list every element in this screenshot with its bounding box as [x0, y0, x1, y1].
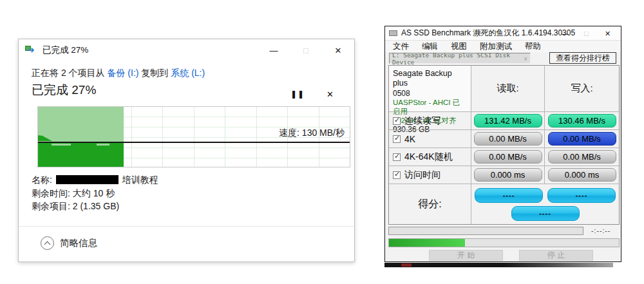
as-ssd-titlebar: AS SSD Benchmark 濒死的鱼汉化 1.6.4194.30305 —…	[385, 26, 621, 41]
score-area: ---- ---- ----	[471, 184, 619, 224]
stop-button[interactable]: 停 止	[519, 250, 593, 261]
sequential-write-cell: 130.46 MB/s	[545, 112, 619, 130]
4k-write-cell: 0.00 MB/s	[545, 130, 619, 148]
copy-dialog-window: ➜ 已完成 27% — □ ✕ 正在将 2 个项目从 备份 (I:) 复制到 系…	[18, 39, 355, 262]
file-name-line: 名称: 培训教程	[32, 175, 158, 186]
sequential-read-value: 131.42 MB/s	[474, 114, 542, 128]
benchmark-progress-fill	[389, 239, 465, 247]
drive-info-panel: Seagate Backup plus 0508 UASPStor - AHCI…	[389, 66, 471, 112]
fewer-details-label: 简略信息	[60, 237, 97, 249]
drive-firmware: 0508	[393, 89, 467, 99]
score-write: ----	[547, 188, 616, 203]
fewer-details-toggle[interactable]: 简略信息	[41, 236, 97, 250]
progress-heading: 已完成 27%	[32, 82, 96, 99]
sequential-read-cell: 131.42 MB/s	[471, 112, 545, 130]
name-suffix: 培训教程	[122, 175, 158, 185]
copy-dialog-title: 已完成 27%	[43, 44, 88, 56]
copy-status-middle: 复制到	[141, 68, 168, 78]
name-label: 名称:	[32, 175, 52, 185]
as-ssd-title: AS SSD Benchmark 濒死的鱼汉化 1.6.4194.30305	[401, 28, 575, 39]
read-column-header: 读取:	[471, 66, 545, 112]
access-time-read-cell: 0.000 ms	[471, 166, 545, 184]
checkbox-sequential[interactable]: ✓	[393, 117, 401, 125]
graph-dip-mark	[97, 144, 109, 146]
chevron-up-icon	[41, 236, 54, 250]
menu-edit[interactable]: 编辑	[422, 41, 438, 52]
copy-status-prefix: 正在将 2 个项目从	[32, 68, 105, 78]
maximize-button: □	[576, 26, 597, 41]
copy-dialog-titlebar: ➜ 已完成 27% — □ ✕	[19, 39, 354, 61]
benchmark-idle-bar	[388, 227, 583, 235]
drive-select-value: L: Seagate Backup plus SCSI Disk Device	[392, 52, 524, 66]
items-remaining-line: 剩余项目: 2 (1.35 GB)	[32, 201, 119, 213]
minimize-button[interactable]: —	[554, 26, 576, 41]
checkbox-4k64k[interactable]: ✓	[393, 153, 401, 161]
copy-status-line: 正在将 2 个项目从 备份 (I:) 复制到 系统 (L:)	[32, 68, 205, 79]
desktop-strip-accent	[401, 263, 412, 267]
transfer-speed-graph: 速度: 130 MB/秒	[37, 106, 350, 167]
time-remaining-placeholder: -:--:--	[591, 227, 611, 234]
sequential-write-value: 130.46 MB/s	[548, 114, 616, 128]
drive-select-dropdown[interactable]: L: Seagate Backup plus SCSI Disk Device …	[389, 53, 531, 64]
drive-name: Seagate Backup plus	[393, 69, 467, 89]
access-time-write-cell: 0.000 ms	[545, 166, 619, 184]
dest-drive-link[interactable]: 系统 (L:)	[171, 68, 205, 78]
source-drive-link[interactable]: 备份 (I:)	[107, 68, 138, 78]
toolbar: L: Seagate Backup plus SCSI Disk Device …	[385, 52, 621, 65]
4k64k-read-value: 0.00 MB/s	[474, 150, 542, 164]
separator	[19, 226, 354, 227]
checkbox-4k[interactable]: ✓	[393, 135, 401, 143]
chevron-down-icon: ∨	[524, 55, 527, 62]
graph-fill-below-line	[38, 142, 124, 167]
4k64k-write-value: 0.00 MB/s	[548, 150, 616, 164]
score-read: ----	[475, 188, 543, 203]
maximize-button: □	[290, 39, 322, 61]
benchmark-table: Seagate Backup plus 0508 UASPStor - AHCI…	[388, 65, 620, 225]
4k-read-cell: 0.00 MB/s	[471, 130, 545, 148]
row-sequential-label: ✓ 连续读写	[389, 112, 471, 130]
as-ssd-window: AS SSD Benchmark 濒死的鱼汉化 1.6.4194.30305 —…	[384, 26, 621, 262]
checkbox-access-time[interactable]: ✓	[393, 171, 401, 179]
row-access-time-label: ✓ 访问时间	[389, 166, 471, 184]
cancel-copy-button[interactable]: ✕	[327, 90, 334, 99]
4k-write-value: 0.00 MB/s	[548, 132, 616, 146]
score-label-cell: 得分:	[389, 184, 471, 224]
graph-speed-line	[38, 142, 350, 143]
pause-button[interactable]: ❚❚	[290, 90, 305, 99]
desktop-strip	[384, 263, 613, 267]
4k-read-value: 0.00 MB/s	[474, 132, 542, 146]
benchmark-progress-bar	[388, 238, 620, 247]
start-button[interactable]: 开 始	[429, 250, 503, 261]
speed-label: 速度: 130 MB/秒	[279, 128, 345, 139]
4k64k-read-cell: 0.00 MB/s	[471, 148, 545, 166]
row-4k-label: ✓ 4K	[389, 130, 471, 148]
view-score-ranking-button[interactable]: 查看得分排行榜	[549, 52, 616, 64]
menu-extra-tests[interactable]: 附加测试	[480, 41, 512, 52]
menu-bar: 文件 编辑 视图 附加测试 帮助	[385, 41, 621, 52]
graph-fill-above-line	[38, 107, 124, 142]
app-icon	[389, 30, 397, 36]
minimize-button[interactable]: —	[258, 39, 290, 61]
4k64k-write-cell: 0.00 MB/s	[545, 148, 619, 166]
write-column-header: 写入:	[545, 66, 619, 112]
copy-dialog-body: 正在将 2 个项目从 备份 (I:) 复制到 系统 (L:) 已完成 27% ❚…	[19, 61, 354, 261]
access-time-read-value: 0.000 ms	[474, 168, 542, 182]
menu-view[interactable]: 视图	[451, 41, 467, 52]
menu-help[interactable]: 帮助	[525, 41, 541, 52]
score-total: ----	[511, 206, 580, 221]
close-button[interactable]: ✕	[322, 39, 354, 61]
desktop: ➜ 已完成 27% — □ ✕ 正在将 2 个项目从 备份 (I:) 复制到 系…	[0, 0, 644, 284]
menu-file[interactable]: 文件	[393, 41, 409, 52]
copy-icon: ➜	[25, 45, 38, 55]
redacted-name-block	[56, 175, 118, 184]
close-button[interactable]: ✕	[597, 26, 618, 41]
access-time-write-value: 0.000 ms	[548, 168, 616, 182]
graph-dip-mark	[52, 144, 71, 146]
row-4k64k-label: ✓ 4K-64K随机	[389, 148, 471, 166]
time-remaining-line: 剩余时间: 大约 10 秒	[32, 188, 115, 200]
